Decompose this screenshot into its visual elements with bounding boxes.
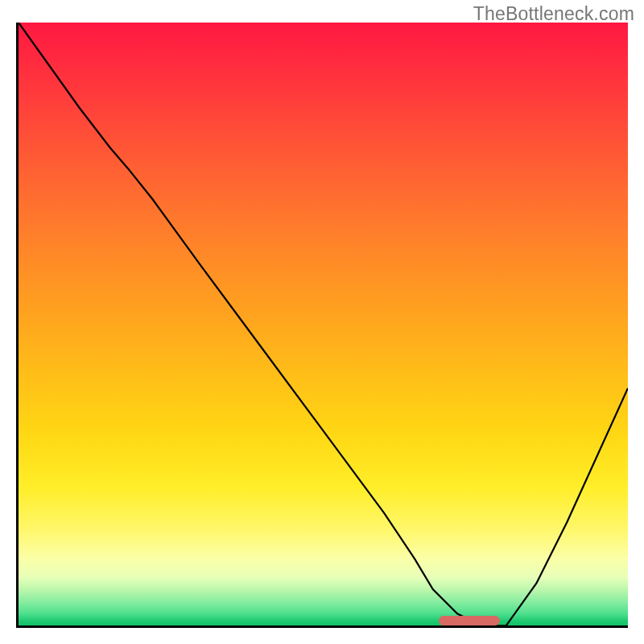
bottleneck-curve — [19, 23, 628, 628]
curve-path — [19, 23, 628, 625]
optimal-range-marker — [439, 616, 500, 625]
watermark-text: TheBottleneck.com — [473, 3, 634, 25]
chart-plot-area — [16, 23, 628, 628]
